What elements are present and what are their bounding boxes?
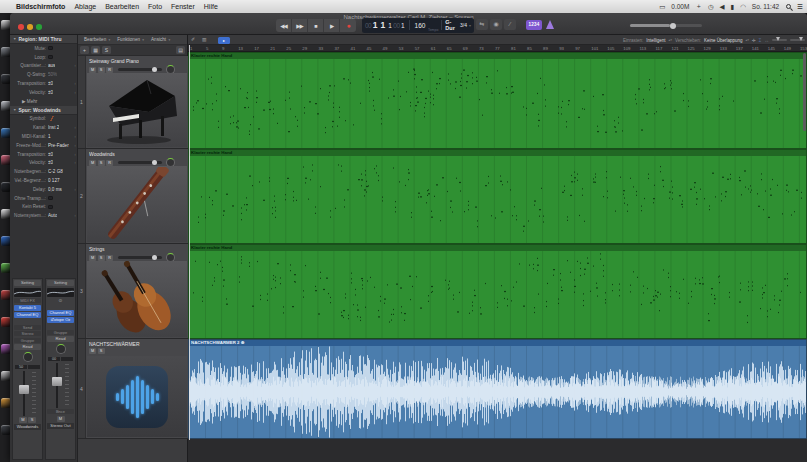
replace-icon[interactable]: ∕ [504, 19, 516, 30]
mute-button[interactable]: M [89, 160, 96, 166]
marquee-tool-icon[interactable]: ⌶ [759, 38, 762, 43]
menu-item-hilfe[interactable]: Hilfe [204, 3, 218, 10]
row-checkbox[interactable] [48, 196, 53, 200]
track-menu-ansicht[interactable]: Ansicht ▾ [151, 37, 170, 42]
wifi-icon[interactable]: ◠ [740, 3, 746, 11]
display-icon[interactable]: ▭ [659, 3, 665, 11]
track-volume-slider[interactable] [118, 161, 162, 164]
mute-button[interactable]: M [89, 348, 96, 354]
input-menu-icon[interactable]: ＋ [695, 2, 702, 11]
record-enable-button[interactable]: R [106, 67, 113, 73]
stop-button[interactable]: ■ [308, 19, 324, 32]
eq-thumbnail[interactable] [47, 288, 74, 297]
mute-button[interactable]: M [89, 255, 96, 261]
inspector-row[interactable]: Kanal:Inst 2↕ [10, 123, 77, 132]
slot-gruppe[interactable]: Gruppe [47, 330, 74, 335]
row-value[interactable]: ±0 [48, 90, 53, 95]
slot-gruppe[interactable]: Gruppe [14, 338, 41, 343]
timemachine-icon[interactable]: ◷ [708, 3, 714, 11]
menu-item-bearbeiten[interactable]: Bearbeiten [105, 3, 139, 10]
solo-button[interactable]: S [98, 160, 105, 166]
duplicate-track-button[interactable]: ▦ [91, 46, 100, 54]
fader-cap[interactable] [52, 377, 62, 386]
inspector-row[interactable]: ▶ Mehr [10, 97, 77, 106]
lcd-position[interactable]: 00 1 1 1 00 1 [362, 18, 409, 33]
midi-region[interactable]: Klavier rechte Hand [188, 244, 807, 339]
slot-midi fx[interactable]: MIDI FX [14, 298, 41, 303]
slider-thumb[interactable] [152, 67, 157, 72]
track-name[interactable]: Woodwinds [89, 151, 115, 157]
stepper-icon[interactable]: ↕ [74, 63, 76, 68]
row-value[interactable]: Pre-Fader [48, 143, 69, 148]
slot-stereo[interactable]: Stereo [14, 331, 41, 336]
snap-dropdown[interactable]: Intelligent [646, 38, 665, 43]
mute-button[interactable]: M [57, 416, 65, 422]
volume-fader[interactable] [47, 363, 74, 408]
track-name[interactable]: Strings [89, 246, 105, 252]
playhead[interactable] [189, 45, 190, 440]
inspector-row[interactable]: Notensystem...:Auto↕ [10, 211, 77, 220]
audio-region[interactable]: NACHTSCHWÄRMER 2 ⊕ [188, 339, 807, 439]
track-volume-slider[interactable] [118, 256, 162, 259]
slot-bnce[interactable]: Bnce [47, 409, 74, 414]
plugin-slot[interactable]: iZotope Oz [47, 317, 74, 323]
pan-value[interactable]: 50 [15, 365, 27, 370]
inspector-row[interactable]: Loop: [10, 53, 77, 62]
pointer-tool-icon[interactable]: ✛ [752, 38, 756, 43]
waveform-zoom-slider[interactable] [772, 39, 787, 41]
inspector-row[interactable]: MIDI-Kanal:1↕ [10, 132, 77, 141]
stepper-icon[interactable]: ↕ [74, 143, 76, 148]
menu-item-ablage[interactable]: Ablage [74, 3, 96, 10]
zoom-button[interactable] [36, 24, 42, 30]
solo-button[interactable]: S [98, 67, 105, 73]
row-checkbox[interactable] [48, 55, 53, 59]
track-volume-slider[interactable] [118, 68, 162, 71]
master-solo-button[interactable]: S [102, 46, 111, 54]
track-menu-bearbeiten[interactable]: Bearbeiten ▾ [84, 37, 110, 42]
drag-dropdown[interactable]: Keine Überlappung [704, 38, 743, 43]
track-header-config-icon[interactable]: ▤ [176, 46, 185, 54]
count-in-button[interactable]: 1234 [526, 20, 542, 30]
row-value[interactable]: ±0 [48, 81, 53, 86]
track-header-woodwinds[interactable]: 2WoodwindsMSR [78, 149, 188, 244]
value-box[interactable] [28, 365, 40, 370]
menu-item-fenster[interactable]: Fenster [171, 3, 195, 10]
spotlight-icon[interactable] [786, 4, 791, 9]
row-checkbox[interactable] [48, 46, 53, 50]
row-value[interactable]: ±0 [48, 152, 53, 157]
play-button[interactable]: ▶ [324, 19, 340, 32]
inspector-row[interactable]: Velocity:±0↕ [10, 159, 77, 168]
slider-thumb[interactable] [152, 160, 157, 165]
vertical-zoom-slider[interactable] [790, 39, 805, 41]
read-button[interactable]: Read [14, 344, 41, 350]
inspector-row[interactable]: Quantisier...:aus↕ [10, 62, 77, 71]
bracket-tool-icon[interactable]: ▥ [202, 37, 207, 42]
inspector-row[interactable]: Mute: [10, 44, 77, 53]
region-inspector-header[interactable]: ▼Region: MIDI Thru [10, 35, 77, 44]
track-header-steinway-grand-piano[interactable]: 1Steinway Grand PianoMSR [78, 56, 188, 149]
pan-value[interactable]: 00 [48, 357, 60, 362]
autopunch-icon[interactable]: ◉ [490, 19, 502, 30]
pan-knob[interactable] [14, 352, 41, 364]
vertical-scrollbar[interactable] [803, 53, 806, 131]
stepper-icon[interactable]: ↕ [74, 187, 76, 192]
bar-ruler[interactable]: 1591317212529333741454953576165697377818… [188, 45, 807, 52]
track-header-nachtschwärmer[interactable]: 4NACHTSCHWÄRMERMS [78, 339, 188, 439]
eq-thumbnail[interactable] [14, 288, 41, 297]
slot-send[interactable]: Send [14, 325, 41, 330]
inspector-row[interactable]: Transposition:±0↕ [10, 150, 77, 159]
notification-center-icon[interactable]: ☰ [797, 3, 803, 11]
close-button[interactable] [18, 24, 24, 30]
midi-region[interactable]: Klavier rechte Hand [188, 52, 807, 149]
forward-button[interactable]: ▶▶ [292, 19, 308, 32]
row-value[interactable]: 50% [48, 72, 57, 77]
track-inspector-header[interactable]: ▼Spur: Woodwinds [10, 106, 77, 115]
setting-button[interactable]: Setting [14, 280, 41, 286]
stepper-icon[interactable]: ↕ [74, 213, 76, 218]
midi-region[interactable]: Klavier rechte Hand [188, 149, 807, 244]
stepper-icon[interactable]: ↕ [74, 160, 76, 165]
lcd-tempo[interactable]: 160 Tempo [410, 18, 441, 33]
row-value[interactable]: aus [48, 63, 55, 68]
stepper-icon[interactable]: ↕ [74, 125, 76, 130]
plugin-slot[interactable]: Channel EQ [47, 310, 74, 316]
